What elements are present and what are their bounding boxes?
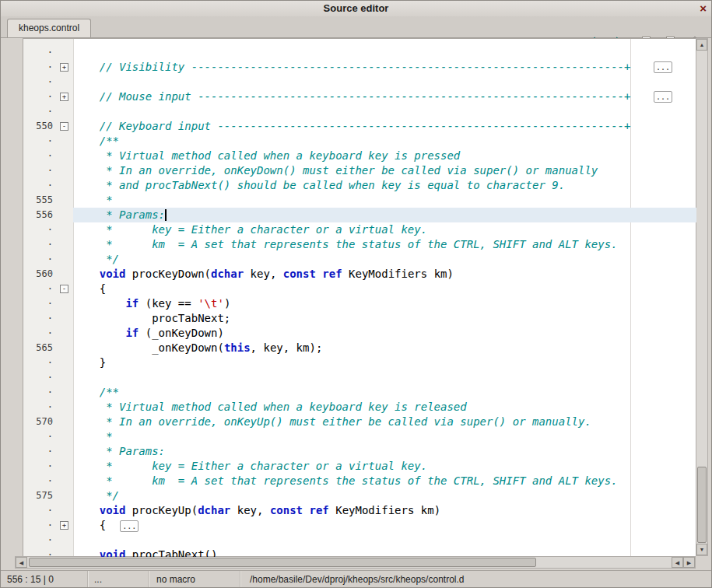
scroll-down-button[interactable]: ▼ <box>696 544 707 555</box>
folded-code-ellipsis[interactable]: ... <box>654 91 672 103</box>
code-line[interactable]: · <box>23 370 696 385</box>
line-number[interactable]: · <box>23 104 58 119</box>
fold-column <box>58 252 73 267</box>
fold-column <box>58 75 73 89</box>
line-number[interactable]: 550 <box>23 119 58 134</box>
scroll-right-button[interactable]: ▶ <box>683 557 695 568</box>
close-button[interactable]: × <box>700 1 707 16</box>
line-number[interactable]: · <box>23 518 58 533</box>
code-line[interactable]: · procTabNext; <box>23 311 696 326</box>
line-number[interactable]: · <box>23 548 58 557</box>
code-line[interactable]: · * km = A set that represents the statu… <box>23 237 696 252</box>
line-number[interactable]: · <box>23 444 58 459</box>
vertical-scrollbar[interactable]: ▲ ▼ <box>696 38 708 556</box>
line-number[interactable]: · <box>23 149 58 163</box>
code-line[interactable]: · <box>23 533 696 548</box>
code-line[interactable]: 565 _onKeyDown(this, key, km); <box>23 341 696 355</box>
fold-column[interactable]: - <box>58 282 73 296</box>
line-number[interactable]: · <box>23 503 58 518</box>
line-number[interactable]: · <box>23 400 58 415</box>
code-line[interactable]: · */ <box>23 252 696 267</box>
line-number[interactable]: · <box>23 474 58 488</box>
scroll-left-button-2[interactable]: ◀ <box>672 557 683 568</box>
line-number[interactable]: · <box>23 237 58 252</box>
code-line[interactable]: 575 */ <box>23 488 696 503</box>
line-number[interactable]: · <box>23 355 58 370</box>
code-line[interactable]: ·- { <box>23 282 696 296</box>
titlebar[interactable]: Source editor × <box>1 1 711 17</box>
folded-code-ellipsis[interactable]: ... <box>654 61 672 73</box>
line-number[interactable]: · <box>23 459 58 474</box>
fold-column <box>58 355 73 370</box>
line-number[interactable]: · <box>23 252 58 267</box>
line-number[interactable]: · <box>23 370 58 385</box>
line-number[interactable]: 560 <box>23 267 58 282</box>
code-line[interactable]: · } <box>23 355 696 370</box>
code-line[interactable]: · * key = Either a character or a virtua… <box>23 222 696 237</box>
code-line[interactable]: ·+ // Mouse input ----------------------… <box>23 89 696 104</box>
code-line[interactable]: 550- // Keyboard input -----------------… <box>23 119 696 134</box>
line-number[interactable]: · <box>23 326 58 341</box>
fold-column[interactable]: - <box>58 119 73 134</box>
code-line[interactable]: 570 * In an override, onKeyUp() must eit… <box>23 415 696 429</box>
vertical-scrollbar-thumb[interactable] <box>697 467 707 543</box>
line-number[interactable]: 556 <box>23 208 58 222</box>
code-line[interactable]: · * key = Either a character or a virtua… <box>23 459 696 474</box>
horizontal-scrollbar[interactable]: ◀ ◀ ▶ <box>15 556 696 569</box>
code-line[interactable]: · void procTabNext() <box>23 548 696 557</box>
tab-kheops-control[interactable]: kheops.control <box>7 19 91 37</box>
line-number[interactable]: · <box>23 89 58 104</box>
code-line[interactable]: · /** <box>23 134 696 149</box>
code-line[interactable]: · /** <box>23 385 696 400</box>
fold-collapse-icon[interactable]: - <box>60 122 68 131</box>
line-number[interactable]: · <box>23 60 58 75</box>
macro-status-panel: no macro <box>149 571 240 588</box>
line-number[interactable]: 565 <box>23 341 58 355</box>
code-line[interactable]: · if (key == '\t') <box>23 296 696 311</box>
horizontal-scrollbar-thumb[interactable] <box>29 558 536 567</box>
code-editor[interactable]: ··+ // Visibility ----------------------… <box>23 38 696 557</box>
code-line[interactable]: · if (_onKeyDown) <box>23 326 696 341</box>
fold-expand-icon[interactable]: + <box>60 63 68 72</box>
line-number[interactable]: · <box>23 134 58 149</box>
line-number[interactable]: · <box>23 45 58 60</box>
code-line[interactable]: · * In an override, onKeyDown() must eit… <box>23 163 696 178</box>
fold-expand-icon[interactable]: + <box>60 93 68 101</box>
code-line[interactable]: 555 * <box>23 193 696 208</box>
code-line[interactable]: · * Virtual method called when a keyboar… <box>23 149 696 163</box>
code-line[interactable]: · * and procTabNext() should be called w… <box>23 178 696 193</box>
line-number[interactable]: 570 <box>23 415 58 429</box>
fold-collapse-icon[interactable]: - <box>60 285 68 293</box>
line-number[interactable]: · <box>23 429 58 444</box>
line-number[interactable]: · <box>23 222 58 237</box>
fold-column[interactable]: + <box>58 518 73 533</box>
fold-expand-icon[interactable]: + <box>60 521 68 530</box>
line-number[interactable]: · <box>23 296 58 311</box>
scroll-up-button[interactable]: ▲ <box>696 39 707 51</box>
code-line[interactable]: · * Params: <box>23 444 696 459</box>
line-number[interactable]: · <box>23 533 58 548</box>
code-line[interactable]: ·+ {... <box>23 518 696 533</box>
code-line[interactable]: · * km = A set that represents the statu… <box>23 474 696 488</box>
code-line[interactable]: · <box>23 45 696 60</box>
line-number[interactable]: · <box>23 311 58 326</box>
code-line[interactable]: ·+ // Visibility -----------------------… <box>23 60 696 75</box>
fold-column[interactable]: + <box>58 89 73 104</box>
code-line[interactable]: · <box>23 75 696 89</box>
code-line[interactable]: 560 void procKeyDown(dchar key, const re… <box>23 267 696 282</box>
fold-column[interactable]: + <box>58 60 73 75</box>
code-line[interactable]: · * <box>23 429 696 444</box>
code-line[interactable]: 556 * Params: <box>23 208 696 222</box>
line-number[interactable]: · <box>23 75 58 89</box>
line-number[interactable]: 555 <box>23 193 58 208</box>
folded-code-ellipsis[interactable]: ... <box>120 520 139 532</box>
line-number[interactable]: · <box>23 385 58 400</box>
line-number[interactable]: · <box>23 163 58 178</box>
code-line[interactable]: · void procKeyUp(dchar key, const ref Ke… <box>23 503 696 518</box>
line-number[interactable]: · <box>23 178 58 193</box>
code-line[interactable]: · * Virtual method called when a keyboar… <box>23 400 696 415</box>
scroll-left-button[interactable]: ◀ <box>16 557 27 568</box>
line-number[interactable]: 575 <box>23 488 58 503</box>
line-number[interactable]: · <box>23 282 58 296</box>
code-line[interactable]: · <box>23 104 696 119</box>
